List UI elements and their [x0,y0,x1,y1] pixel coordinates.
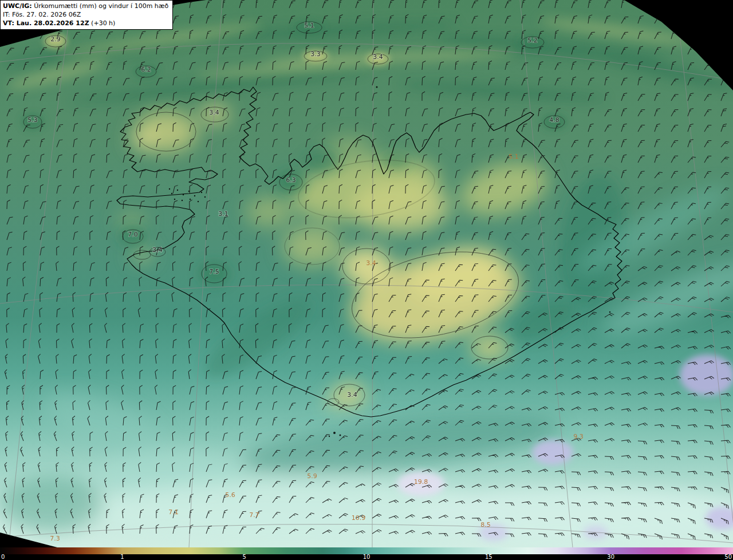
precip-value-label: 3.4 [347,391,357,399]
precip-value-label: 5.6 [225,491,235,499]
title-line-product: UWC/IG: Úrkomumætti (mm) og vindur í 100… [3,2,168,10]
precip-value-label: 7.0 [128,231,138,238]
precip-value-label: 7.5 [209,268,219,275]
product-code: UWC/IG: [3,2,32,10]
colorbar: 01510153050 [0,547,733,560]
precip-value-label: 6.2 [141,66,151,73]
product-description: Úrkomumætti (mm) og vindur í 100m hæð [32,2,169,10]
precip-value-label: 3.4 [366,259,376,267]
precip-value-label: 3.4 [209,109,219,116]
precip-value-label: 3.4 [152,246,163,254]
colorbar-tick-label: 1 [120,554,124,560]
precip-value-label: 5.2 [527,37,538,44]
valid-offset: (+30 h) [89,19,116,27]
title-line-valid: VT: Lau. 28.02.2026 12Z (+30 h) [3,19,168,27]
precip-value-label: 5.1 [509,153,519,160]
weather-map-screen: 2.95.13.33.45.26.25.33.44.86.33.17.03.47… [0,0,733,560]
title-line-init: IT: Fös. 27. 02. 2026 06Z [3,10,168,19]
precip-value-label: 9.3 [573,433,584,440]
precip-value-label: 7.7 [249,511,259,519]
precip-value-label: 19.8 [414,478,428,486]
precip-value-label: 5.1 [304,22,314,29]
precip-value-label: 3.4 [373,53,383,61]
precip-value-label: 2.9 [50,36,61,43]
valid-time: VT: Lau. 28.02.2026 12Z [3,19,89,27]
precip-value-label: 10.9 [352,514,366,522]
precipitation-wind-map: 2.95.13.33.45.26.25.33.44.86.33.17.03.47… [0,0,733,547]
precip-field-layer [0,0,733,547]
title-box: UWC/IG: Úrkomumætti (mm) og vindur í 100… [0,0,173,30]
precip-value-label: 4.8 [549,116,559,124]
colorbar-tick-label: 5 [242,554,246,560]
colorbar-tick-label: 30 [607,554,614,560]
precip-value-label: 3.3 [310,50,321,58]
precip-value-label: 3.1 [218,210,228,218]
precip-value-label: 7.1 [168,508,179,516]
precip-value-label: 7.3 [50,535,60,542]
colorbar-tick-label: 10 [363,554,371,560]
precip-value-label: 6.3 [286,176,296,184]
precip-value-label: 5.9 [307,472,317,480]
precip-value-label: 8.5 [480,521,491,529]
colorbar-ticks: 01510153050 [0,554,733,560]
colorbar-tick-label: 0 [1,554,5,560]
precip-value-label: 5.3 [27,116,38,124]
colorbar-tick-label: 15 [485,554,492,560]
colorbar-tick-label: 50 [724,554,732,560]
